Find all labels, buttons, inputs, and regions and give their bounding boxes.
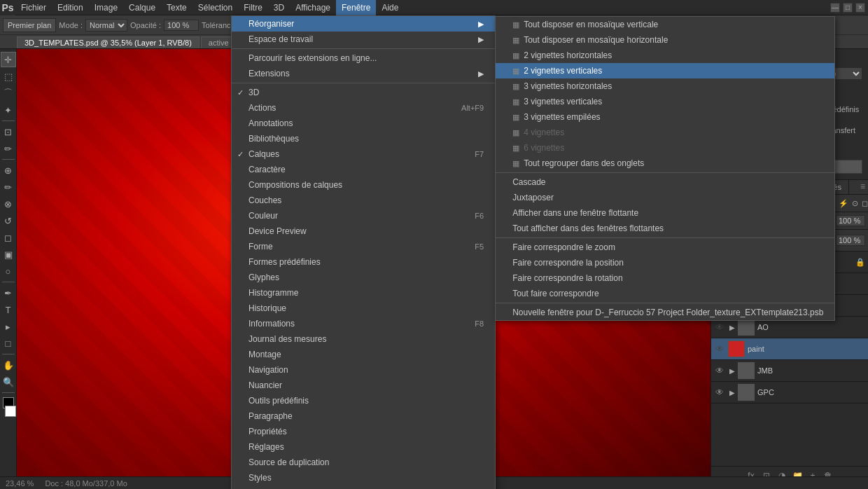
- menu-formes-predef[interactable]: Formes prédéfinies: [232, 254, 495, 270]
- pen-tool[interactable]: ✒: [1, 285, 16, 301]
- maximize-button[interactable]: □: [843, 3, 853, 13]
- menu-reorganiser[interactable]: Réorganiser ▶ ▦ Tout disposer en mosaïqu…: [232, 16, 495, 32]
- submenu-regrouper[interactable]: ▦ Tout regrouper dans des onglets: [496, 156, 834, 171]
- history-brush-tool[interactable]: ↺: [1, 213, 16, 228]
- zoom-tool[interactable]: 🔍: [1, 374, 16, 390]
- menu-informations[interactable]: Informations F8: [232, 316, 495, 331]
- submenu-cascade[interactable]: Cascade: [496, 174, 834, 190]
- menu-proprietes[interactable]: Propriétés: [232, 424, 495, 439]
- opacity-input[interactable]: [164, 20, 199, 31]
- submenu-juxtaposer[interactable]: Juxtaposer: [496, 190, 834, 205]
- magic-wand-tool[interactable]: ✦: [1, 102, 16, 118]
- menu-aide[interactable]: Aide: [376, 0, 404, 15]
- submenu-tout-flottante[interactable]: Tout afficher dans des fenêtres flottant…: [496, 221, 834, 236]
- menu-source[interactable]: Source de duplication: [232, 455, 495, 470]
- premier-plan-button[interactable]: Premier plan: [3, 18, 56, 32]
- menu-histogramme[interactable]: Histogramme: [232, 285, 495, 301]
- menu-parcourir[interactable]: Parcourir les extensions en ligne...: [232, 50, 495, 66]
- menu-annotations[interactable]: Annotations: [232, 116, 495, 131]
- layers-menu-button[interactable]: ≡: [858, 180, 868, 194]
- menu-styles[interactable]: Styles: [232, 470, 495, 485]
- menu-calques-item[interactable]: Calques F7: [232, 146, 495, 162]
- menu-fichier[interactable]: Fichier: [15, 0, 52, 15]
- eraser-tool[interactable]: ◻: [1, 230, 16, 245]
- menu-journal[interactable]: Journal des mesures: [232, 331, 495, 347]
- layer-eye-gpc[interactable]: 👁: [714, 387, 725, 398]
- fill-value-input[interactable]: [836, 235, 865, 246]
- select-tool[interactable]: ⬚: [1, 69, 16, 84]
- submenu-flottante[interactable]: Afficher dans une fenêtre flottante: [496, 205, 834, 221]
- menu-couleur[interactable]: Couleur F6: [232, 208, 495, 223]
- menu-3d[interactable]: 3D: [268, 0, 290, 15]
- menu-forme[interactable]: Forme F5: [232, 239, 495, 254]
- path-selection-tool[interactable]: ▸: [1, 319, 16, 334]
- layer-eye-jmb[interactable]: 👁: [714, 365, 725, 376]
- layer-expand-gpc[interactable]: ▶: [728, 384, 736, 401]
- menu-couches[interactable]: Couches: [232, 193, 495, 208]
- submenu-mosh[interactable]: ▦ Tout disposer en mosaïque horizontale: [496, 32, 834, 48]
- mode-select[interactable]: Normal: [85, 19, 127, 32]
- layer-eye-paint[interactable]: 👁: [714, 343, 725, 354]
- layers-btn4[interactable]: ⊙: [851, 197, 859, 209]
- minimize-button[interactable]: —: [830, 3, 840, 13]
- eyedropper-tool[interactable]: ✏: [1, 141, 16, 156]
- menu-bibliotheques[interactable]: Bibliothèques: [232, 131, 495, 146]
- submenu-mosv[interactable]: ▦ Tout disposer en mosaïque verticale: [496, 17, 834, 32]
- submenu-3ve[interactable]: ▦ 3 vignettes empilées: [496, 109, 834, 125]
- menu-navigation[interactable]: Navigation: [232, 362, 495, 378]
- crop-tool[interactable]: ⊡: [1, 124, 16, 139]
- menu-styles-car[interactable]: Styles de caractères: [232, 485, 495, 489]
- menu-filtre[interactable]: Filtre: [238, 0, 268, 15]
- menu-extensions[interactable]: Extensions ▶: [232, 66, 495, 81]
- move-tool[interactable]: ✛: [1, 52, 16, 67]
- background-color[interactable]: [5, 406, 16, 417]
- clone-tool[interactable]: ⊗: [1, 196, 16, 212]
- menu-outils-predef[interactable]: Outils prédéfinis: [232, 393, 495, 408]
- submenu-rotation[interactable]: Faire correspondre la rotation: [496, 270, 834, 286]
- layer-item-paint[interactable]: 👁 paint: [711, 338, 868, 360]
- submenu-3vih[interactable]: ▦ 3 vignettes horizontales: [496, 78, 834, 94]
- layer-eye-ao[interactable]: 👁: [714, 322, 725, 333]
- menu-reglages[interactable]: Réglages: [232, 439, 495, 455]
- menu-image[interactable]: Image: [89, 0, 123, 15]
- hand-tool[interactable]: ✋: [1, 357, 16, 373]
- menu-edition[interactable]: Edition: [52, 0, 89, 15]
- menu-historique[interactable]: Historique: [232, 301, 495, 316]
- menu-fenetre[interactable]: Fenêtre: [336, 0, 376, 15]
- submenu-3viv[interactable]: ▦ 3 vignettes verticales: [496, 94, 834, 109]
- menu-calque[interactable]: Calque: [123, 0, 161, 15]
- layer-expand-jmb[interactable]: ▶: [728, 362, 736, 379]
- layer-item-gpc[interactable]: 👁 ▶ GPC: [711, 382, 868, 404]
- layers-btn5[interactable]: ◻: [861, 197, 868, 209]
- menu-compositions[interactable]: Compositions de calques: [232, 177, 495, 193]
- submenu-new-window[interactable]: Nouvelle fenêtre pour D-_Ferruccio 57 Pr…: [496, 305, 834, 320]
- submenu-2vih[interactable]: ▦ 2 vignettes horizontales: [496, 48, 834, 63]
- layer-expand-ao[interactable]: ▶: [728, 319, 736, 336]
- submenu-zoom[interactable]: Faire correspondre le zoom: [496, 240, 834, 255]
- lasso-tool[interactable]: ⌒: [1, 85, 16, 101]
- menu-device-preview[interactable]: Device Preview: [232, 223, 495, 239]
- gradient-tool[interactable]: ▣: [1, 247, 16, 262]
- close-button[interactable]: ×: [855, 3, 865, 13]
- menu-3d-item[interactable]: 3D: [232, 85, 495, 100]
- submenu-position[interactable]: Faire correspondre la position: [496, 255, 834, 270]
- menu-glyphes[interactable]: Glyphes: [232, 270, 495, 285]
- shape-tool[interactable]: □: [1, 336, 16, 351]
- menu-paragraphe[interactable]: Paragraphe: [232, 408, 495, 424]
- submenu-tout-correspondre[interactable]: Tout faire correspondre: [496, 286, 834, 301]
- menu-caractere[interactable]: Caractère: [232, 162, 495, 177]
- submenu-2viv[interactable]: ▦ 2 vignettes verticales: [496, 63, 834, 78]
- menu-montage[interactable]: Montage: [232, 347, 495, 362]
- menu-nuancier[interactable]: Nuancier: [232, 378, 495, 393]
- menu-selection[interactable]: Sélection: [192, 0, 238, 15]
- menu-affichage[interactable]: Affichage: [290, 0, 336, 15]
- menu-espace[interactable]: Espace de travail ▶: [232, 32, 495, 47]
- menu-texte[interactable]: Texte: [161, 0, 192, 15]
- menu-actions[interactable]: Actions Alt+F9: [232, 100, 495, 116]
- layer-item-jmb[interactable]: 👁 ▶ JMB: [711, 360, 868, 382]
- text-tool[interactable]: T: [1, 302, 16, 317]
- brush-tool[interactable]: ✏: [1, 179, 16, 195]
- dodge-tool[interactable]: ○: [1, 263, 16, 279]
- tab-3d-templates[interactable]: 3D_TEMPLATES.psd @ 35,5% (Layer 1, RVB/8…: [17, 36, 200, 48]
- opacity-value-input[interactable]: [836, 215, 865, 226]
